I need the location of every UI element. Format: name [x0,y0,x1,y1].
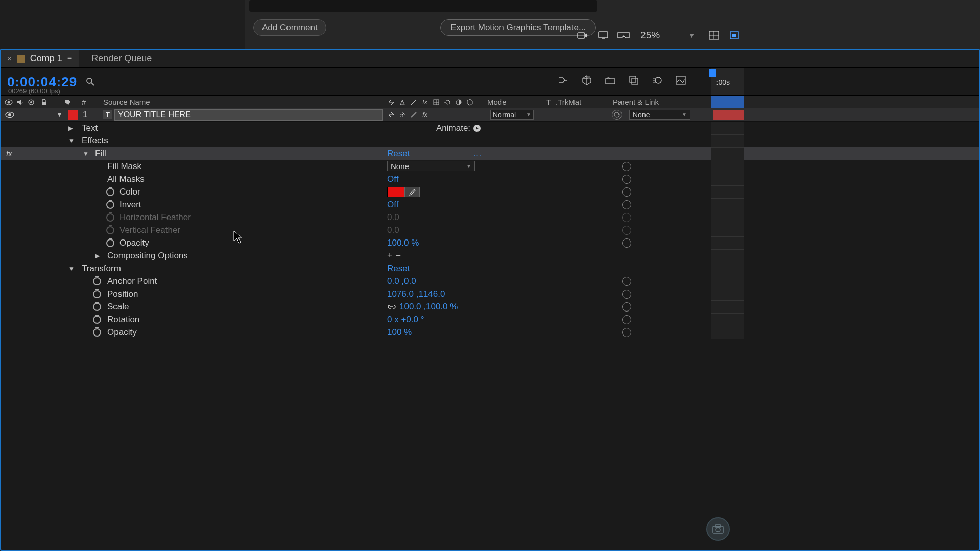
stopwatch-icon[interactable] [106,201,114,209]
property-pickwhip-icon[interactable] [622,328,631,337]
position-value[interactable]: 1076.0 ,1146.0 [387,289,445,299]
layer-fx-switch[interactable]: fx [420,110,429,119]
reset-effect-link[interactable]: Reset [387,149,410,159]
property-pickwhip-icon[interactable] [622,187,631,197]
layer-collapse-switch[interactable] [398,110,407,119]
twirl-right-icon[interactable]: ▶ [95,252,100,259]
snapshot-fab-icon[interactable] [706,517,730,541]
mask-toggle-icon[interactable] [728,30,741,40]
property-pickwhip-icon[interactable] [622,175,631,184]
frame-blend-switch-icon[interactable] [432,98,441,107]
property-pickwhip-icon[interactable] [622,277,631,286]
index-column-header[interactable]: # [82,98,86,106]
effects-group-row[interactable]: ▼ Effects [1,134,979,147]
anchor-point-value[interactable]: 0.0 ,0.0 [387,276,416,286]
close-icon[interactable]: × [7,54,12,63]
layer-search-input[interactable] [83,74,558,89]
fill-effect-row[interactable]: fx ▼ Fill Reset … [1,147,979,160]
property-pickwhip-icon[interactable] [622,200,631,209]
tab-render-queue[interactable]: Render Queue [79,50,164,67]
video-column-icon[interactable] [4,98,13,107]
trkmat-column-header[interactable]: .TrkMat [556,98,581,106]
twirl-right-icon[interactable]: ▶ [68,125,73,132]
eyedropper-icon[interactable] [404,187,420,197]
playhead-icon[interactable] [709,69,716,77]
twirl-down-icon[interactable]: ▼ [68,137,75,145]
text-group-row[interactable]: ▶ Text Animate: [1,122,979,134]
panel-menu-icon[interactable]: ≡ [67,54,73,63]
stopwatch-icon[interactable] [106,188,114,196]
property-pickwhip-icon[interactable] [622,290,631,299]
comp-options-row[interactable]: ▶ Compositing Options + − [1,249,979,262]
layer-name-field[interactable]: YOUR TITLE HERE [114,109,383,121]
audio-column-icon[interactable] [15,98,25,107]
transform-opacity-value[interactable]: 100 % [387,327,412,338]
adjustment-switch-icon[interactable] [454,98,463,107]
stopwatch-icon[interactable] [106,239,114,247]
animate-menu-icon[interactable] [473,124,481,132]
fill-opacity-value[interactable]: 100.0 % [387,238,419,248]
stopwatch-icon[interactable] [93,328,101,337]
layer-quality-switch[interactable] [409,110,418,119]
layer-row[interactable]: ▼ 1 T YOUR TITLE HERE fx Normal▼ None▼ [1,108,979,122]
camera-icon[interactable] [576,30,589,40]
layer-color-label[interactable] [68,110,78,120]
monitor-icon[interactable] [596,30,610,40]
fill-mask-dropdown[interactable]: None▼ [387,161,475,172]
motion-blur-switch-icon[interactable] [443,98,452,107]
scale-value[interactable]: 100.0 ,100.0 % [399,302,458,312]
video-toggle-icon[interactable] [5,111,14,118]
preserve-transparency-header[interactable]: T [546,98,551,106]
quality-switch-icon[interactable] [409,98,418,107]
constrain-proportions-icon[interactable] [387,304,396,310]
export-mogrt-button[interactable]: Export Motion Graphics Template... [440,19,596,36]
transform-group-row[interactable]: ▼ Transform Reset [1,262,979,275]
source-name-column-header[interactable]: Source Name [103,98,150,106]
grid-toggle-icon[interactable] [707,30,721,40]
effect-options-link[interactable]: … [473,149,482,159]
label-column-icon[interactable] [64,99,71,106]
zoom-percent[interactable]: 25% [640,30,660,41]
parent-column-header[interactable]: Parent & Link [613,98,659,106]
layer-twirl-down-icon[interactable]: ▼ [56,111,63,118]
property-pickwhip-icon[interactable] [622,315,631,324]
tab-comp1[interactable]: × Comp 1 ≡ [1,50,79,67]
collapse-switch-icon[interactable] [398,98,407,107]
fx-enabled-icon[interactable]: fx [6,149,12,158]
stopwatch-icon[interactable] [93,316,101,324]
shy-switch-icon[interactable] [387,98,396,107]
twirl-down-icon[interactable]: ▼ [83,150,89,157]
color-swatch[interactable] [387,187,404,197]
stopwatch-icon[interactable] [93,290,101,298]
lock-column-icon[interactable] [41,99,47,106]
graph-editor-icon[interactable] [675,74,687,86]
add-mask-icon[interactable]: + [387,250,393,261]
draft3d-icon[interactable] [581,74,593,86]
parent-dropdown[interactable]: None▼ [629,110,690,120]
comp-flowchart-icon[interactable] [557,74,569,86]
all-masks-value[interactable]: Off [387,174,398,184]
property-pickwhip-icon[interactable] [622,162,631,171]
mode-column-header[interactable]: Mode [487,98,507,106]
property-pickwhip-icon[interactable] [622,238,631,248]
invert-value[interactable]: Off [387,200,398,210]
stopwatch-icon[interactable] [93,277,101,285]
motion-blur-icon[interactable] [651,74,663,86]
3d-switch-icon[interactable] [465,98,474,107]
layer-duration-bar[interactable] [713,110,744,120]
fx-switch-icon[interactable]: fx [420,98,429,107]
vr-goggles-icon[interactable] [617,30,630,40]
twirl-down-icon[interactable]: ▼ [68,265,75,272]
blend-mode-dropdown[interactable]: Normal▼ [490,110,534,120]
add-comment-button[interactable]: Add Comment [253,19,326,36]
solo-column-icon[interactable] [27,98,36,107]
zoom-dropdown-caret[interactable]: ▼ [688,32,695,39]
frame-blend-icon[interactable] [628,74,640,86]
reset-transform-link[interactable]: Reset [387,263,410,274]
parent-pickwhip-icon[interactable] [612,110,622,120]
layer-shy-switch[interactable] [387,110,396,119]
comment-input-well[interactable] [249,0,597,12]
remove-mask-icon[interactable]: − [396,250,401,261]
stopwatch-icon[interactable] [93,303,101,311]
property-pickwhip-icon[interactable] [622,302,631,312]
